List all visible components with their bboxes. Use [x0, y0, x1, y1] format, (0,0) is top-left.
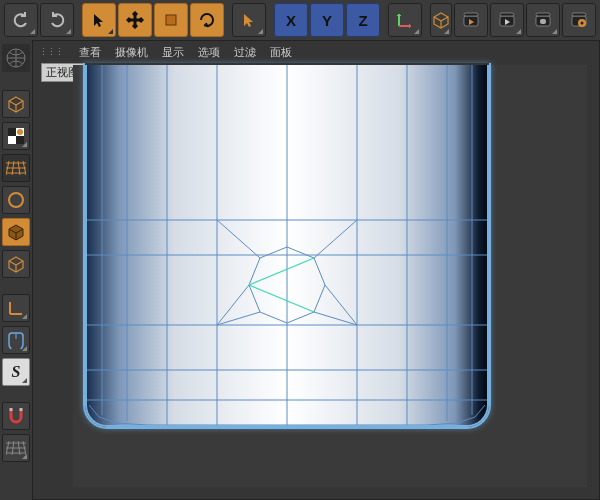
- left-toolbar: S: [0, 40, 33, 500]
- globe-icon: [2, 44, 30, 72]
- menu-panel[interactable]: 面板: [270, 45, 292, 60]
- svg-point-36: [17, 129, 23, 135]
- rotate-tool[interactable]: [190, 3, 224, 37]
- coord-system-button[interactable]: [388, 3, 422, 37]
- svg-marker-79: [249, 247, 325, 323]
- svg-rect-57: [20, 408, 23, 411]
- viewport-canvas[interactable]: [73, 65, 587, 487]
- viewport[interactable]: ⋮⋮⋮ 查看 摄像机 显示 选项 过滤 面板 正视图: [32, 40, 600, 500]
- svg-line-86: [249, 258, 314, 285]
- menu-view[interactable]: 查看: [79, 45, 101, 60]
- move-tool[interactable]: [118, 3, 152, 37]
- svg-line-81: [314, 220, 357, 258]
- texture-mode[interactable]: [2, 122, 30, 150]
- lock-y[interactable]: Y: [310, 3, 344, 37]
- svg-line-82: [217, 285, 249, 325]
- svg-line-83: [325, 285, 357, 325]
- svg-line-84: [217, 312, 260, 325]
- model-mode[interactable]: [2, 154, 30, 182]
- svg-marker-0: [94, 14, 103, 27]
- svg-marker-4: [244, 14, 253, 27]
- axis-mode[interactable]: [2, 294, 30, 322]
- history-group: [4, 3, 74, 37]
- workplane[interactable]: [2, 434, 30, 462]
- menu-camera[interactable]: 摄像机: [115, 45, 148, 60]
- render-pv-button[interactable]: [526, 3, 560, 37]
- svg-line-80: [217, 220, 260, 258]
- object-cylinder[interactable]: [85, 65, 489, 427]
- menu-options[interactable]: 选项: [198, 45, 220, 60]
- lock-z[interactable]: Z: [346, 3, 380, 37]
- transform-group: [82, 3, 224, 37]
- lock-x[interactable]: X: [274, 3, 308, 37]
- point-mode[interactable]: [2, 218, 30, 246]
- render-group: [454, 3, 596, 37]
- svg-point-44: [9, 193, 23, 207]
- wireframe-overlay: [87, 65, 487, 425]
- svg-line-85: [314, 312, 357, 325]
- object-mode[interactable]: [2, 186, 30, 214]
- last-tool[interactable]: [232, 3, 266, 37]
- redo-button[interactable]: [40, 3, 74, 37]
- svg-line-50: [9, 261, 16, 265]
- svg-line-51: [16, 261, 23, 265]
- menu-display[interactable]: 显示: [162, 45, 184, 60]
- svg-rect-21: [572, 13, 586, 16]
- svg-rect-12: [464, 13, 478, 16]
- svg-point-23: [581, 22, 584, 25]
- edge-mode[interactable]: [2, 250, 30, 278]
- svg-rect-3: [166, 15, 176, 25]
- undo-button[interactable]: [4, 3, 38, 37]
- svg-rect-34: [8, 128, 16, 136]
- mouse-mode[interactable]: [2, 326, 30, 354]
- magnet[interactable]: [2, 402, 30, 430]
- make-editable[interactable]: [2, 90, 30, 118]
- svg-rect-15: [500, 13, 514, 16]
- viewport-menu: ⋮⋮⋮ 查看 摄像机 显示 选项 过滤 面板: [39, 43, 292, 61]
- grip-icon[interactable]: ⋮⋮⋮: [39, 47, 63, 57]
- render-settings-button[interactable]: [562, 3, 596, 37]
- menu-filter[interactable]: 过滤: [234, 45, 256, 60]
- axis-lock-group: X Y Z: [274, 3, 380, 37]
- render-region-button[interactable]: [490, 3, 524, 37]
- svg-rect-19: [540, 19, 546, 24]
- render-view-button[interactable]: [454, 3, 488, 37]
- svg-line-87: [249, 285, 314, 312]
- shading-mode-button[interactable]: [430, 3, 452, 37]
- top-toolbar: X Y Z: [0, 0, 600, 41]
- select-tool[interactable]: [82, 3, 116, 37]
- svg-rect-18: [536, 13, 550, 16]
- svg-rect-56: [10, 408, 13, 411]
- snap-S[interactable]: S: [2, 358, 30, 386]
- scale-tool[interactable]: [154, 3, 188, 37]
